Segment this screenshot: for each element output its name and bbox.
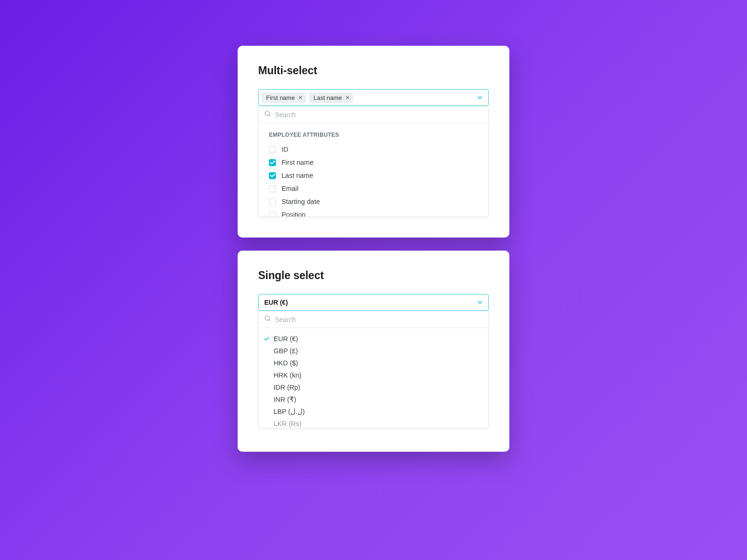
option-label: Position — [282, 211, 306, 217]
option-label: EUR (€) — [274, 335, 298, 343]
search-icon — [264, 110, 271, 119]
chip-label: Last name — [314, 94, 342, 101]
multi-dropdown: EMPLOYEE ATTRIBUTES ID First name Last n… — [258, 106, 489, 217]
multi-select-input[interactable]: First name × Last name × — [258, 89, 489, 106]
single-select-wrapper: EUR (€) EUR (€) — [258, 294, 489, 428]
option-starting-date[interactable]: Starting date — [259, 195, 488, 208]
chip-first-name[interactable]: First name × — [261, 92, 306, 103]
single-options-list[interactable]: EUR (€) GBP (£) HKD ($) HRK (kn) IDR (Rp… — [259, 328, 488, 428]
option-lbp[interactable]: LBP (ل.ل) — [259, 406, 488, 418]
option-label: Email — [282, 185, 298, 192]
selected-chips: First name × Last name × — [261, 92, 353, 103]
option-label: Starting date — [282, 198, 320, 205]
option-email[interactable]: Email — [259, 182, 488, 195]
option-id[interactable]: ID — [259, 143, 488, 156]
checkbox-icon[interactable] — [269, 172, 276, 179]
single-dropdown: EUR (€) GBP (£) HKD ($) HRK (kn) IDR (Rp… — [258, 311, 489, 428]
option-inr[interactable]: INR (₹) — [259, 393, 488, 406]
option-last-name[interactable]: Last name — [259, 169, 488, 182]
option-first-name[interactable]: First name — [259, 156, 488, 169]
single-select-card: Single select EUR (€) EUR (€) — [238, 251, 509, 452]
option-label: LBP (ل.ل) — [274, 408, 305, 415]
close-icon[interactable]: × — [297, 94, 303, 101]
option-label: HKD ($) — [274, 359, 298, 367]
checkmark-icon — [263, 336, 270, 342]
checkbox-icon[interactable] — [269, 146, 276, 153]
search-row — [259, 311, 488, 328]
option-label: IDR (Rp) — [274, 384, 300, 391]
option-lkr[interactable]: LKR (Rs) — [259, 418, 488, 428]
option-label: GBP (£) — [274, 347, 298, 355]
single-select-input[interactable]: EUR (€) — [258, 294, 489, 311]
option-position[interactable]: Position — [259, 208, 488, 217]
option-label: LKR (Rs) — [274, 420, 302, 427]
multi-select-card: Multi-select First name × Last name × — [238, 46, 509, 238]
card-title-multi: Multi-select — [258, 64, 489, 77]
option-idr[interactable]: IDR (Rp) — [259, 381, 488, 393]
chip-label: First name — [266, 94, 295, 101]
checkbox-icon[interactable] — [269, 198, 276, 205]
option-gbp[interactable]: GBP (£) — [259, 345, 488, 357]
option-label: ID — [282, 146, 289, 153]
chevron-down-icon[interactable] — [477, 95, 483, 100]
group-header: EMPLOYEE ATTRIBUTES — [259, 128, 488, 143]
chevron-down-icon[interactable] — [477, 300, 483, 305]
checkbox-icon[interactable] — [269, 185, 276, 192]
search-input[interactable] — [275, 111, 483, 119]
single-selected-value: EUR (€) — [261, 299, 288, 306]
checkbox-icon[interactable] — [269, 159, 276, 166]
option-label: First name — [282, 159, 314, 166]
option-label: HRK (kn) — [274, 371, 302, 379]
multi-select-wrapper: First name × Last name × EMPLOYEE AT — [258, 89, 489, 217]
chip-last-name[interactable]: Last name × — [309, 92, 353, 103]
card-title-single: Single select — [258, 269, 489, 282]
close-icon[interactable]: × — [345, 94, 350, 101]
search-input[interactable] — [275, 316, 483, 323]
checkbox-icon[interactable] — [269, 211, 276, 217]
option-label: Last name — [282, 172, 313, 179]
option-hrk[interactable]: HRK (kn) — [259, 369, 488, 381]
option-label: INR (₹) — [274, 396, 296, 403]
search-row — [259, 106, 488, 123]
option-hkd[interactable]: HKD ($) — [259, 357, 488, 369]
option-eur[interactable]: EUR (€) — [259, 333, 488, 345]
search-icon — [264, 315, 271, 324]
multi-options-list[interactable]: EMPLOYEE ATTRIBUTES ID First name Last n… — [259, 123, 488, 217]
